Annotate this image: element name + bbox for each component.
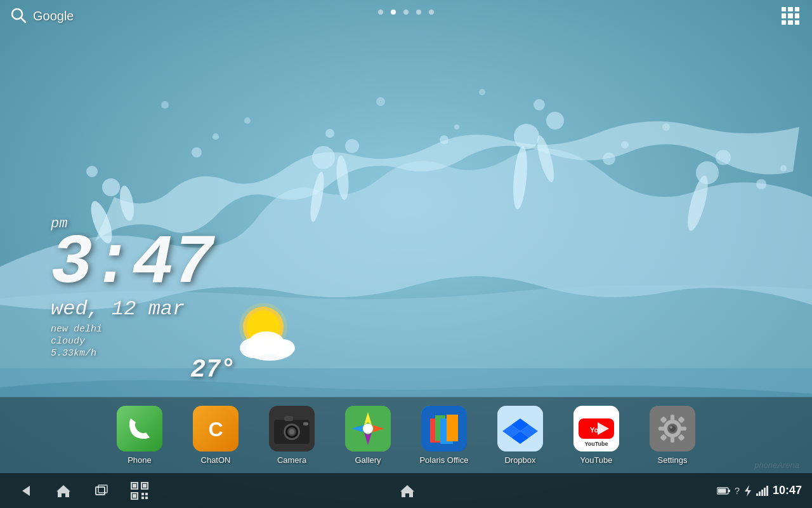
chaton-label: ChatON: [201, 455, 231, 465]
app-chaton[interactable]: C ChatON: [187, 406, 244, 465]
svg-point-26: [161, 101, 169, 109]
polaris-icon-img: [421, 406, 467, 451]
svg-point-3: [102, 178, 120, 196]
nav-right: ? 10:47: [539, 484, 812, 497]
youtube-icon-svg: You YouTube: [573, 406, 619, 451]
nav-left: [0, 478, 276, 504]
google-search[interactable]: Google: [10, 7, 74, 25]
app-camera[interactable]: Camera: [263, 406, 320, 465]
page-dot-4[interactable]: [429, 10, 434, 15]
svg-rect-107: [761, 490, 763, 496]
center-home-icon: [399, 483, 416, 499]
svg-rect-95: [133, 494, 136, 498]
settings-label: Settings: [658, 455, 688, 465]
charging-icon: [743, 485, 752, 497]
grid-dot: [782, 13, 786, 18]
signal-icon: [756, 486, 769, 496]
svg-point-12: [514, 124, 539, 149]
svg-rect-79: [680, 427, 686, 431]
app-polaris[interactable]: Polaris Office: [416, 406, 473, 465]
grid-dot: [788, 20, 792, 25]
app-gallery[interactable]: Gallery: [339, 406, 396, 465]
svg-point-18: [192, 147, 202, 157]
google-label: Google: [33, 9, 74, 23]
svg-rect-98: [141, 497, 144, 499]
app-dropbox[interactable]: Dropbox: [492, 406, 549, 465]
svg-point-14: [534, 99, 545, 110]
svg-point-16: [696, 161, 719, 184]
recents-icon: [93, 483, 110, 499]
page-dots: [378, 10, 434, 15]
help-icon: ?: [735, 485, 740, 496]
svg-rect-103: [717, 488, 726, 493]
svg-point-21: [454, 124, 459, 130]
home-button[interactable]: [51, 478, 76, 504]
settings-icon-img: [650, 406, 695, 451]
svg-point-84: [669, 425, 676, 432]
svg-point-27: [244, 117, 251, 124]
svg-point-17: [716, 150, 731, 165]
clock-widget: pm 3:47 wed, 12 mar: [51, 216, 213, 321]
top-bar: Google: [0, 0, 812, 32]
back-button[interactable]: [13, 478, 38, 504]
svg-point-4: [86, 166, 98, 177]
gallery-icon-svg: [345, 406, 391, 451]
svg-point-25: [780, 165, 787, 171]
gallery-icon-img: [345, 406, 391, 451]
svg-marker-100: [400, 485, 414, 497]
svg-point-29: [479, 89, 485, 95]
svg-rect-77: [671, 436, 674, 443]
weather-widget: new delhi cloudy 5.33km/h: [51, 324, 102, 359]
svg-point-30: [662, 123, 670, 131]
app-grid-button[interactable]: [779, 4, 802, 27]
svg-marker-62: [447, 415, 458, 441]
battery-icon: [717, 486, 731, 495]
app-settings[interactable]: Settings: [644, 406, 701, 465]
page-dot-3[interactable]: [416, 10, 421, 15]
camera-label: Camera: [277, 455, 306, 465]
page-dot-1[interactable]: [391, 10, 396, 15]
grid-dot: [795, 20, 799, 25]
page-dot-2[interactable]: [403, 10, 409, 15]
svg-rect-97: [145, 493, 148, 495]
svg-point-9: [325, 129, 334, 138]
dropbox-label: Dropbox: [504, 455, 535, 465]
qr-icon: [130, 481, 149, 500]
svg-point-40: [249, 331, 284, 354]
screenshot-button[interactable]: [127, 478, 152, 504]
svg-rect-51: [303, 422, 308, 425]
svg-point-20: [440, 135, 449, 144]
svg-point-13: [546, 112, 564, 130]
svg-marker-87: [56, 485, 70, 497]
center-home-button[interactable]: [395, 478, 420, 504]
svg-point-19: [213, 133, 219, 140]
svg-rect-99: [145, 497, 148, 499]
svg-rect-93: [143, 484, 147, 488]
svg-marker-86: [22, 486, 30, 496]
svg-rect-106: [759, 491, 761, 496]
chaton-icon-svg: C: [193, 406, 239, 451]
home-icon: [55, 483, 72, 499]
app-youtube[interactable]: You YouTube YouTube: [568, 406, 625, 465]
svg-rect-50: [284, 416, 293, 421]
svg-point-49: [289, 429, 294, 434]
dock: Phone C ChatON: [0, 397, 812, 473]
svg-point-28: [376, 97, 385, 106]
svg-rect-109: [766, 486, 768, 496]
recents-button[interactable]: [89, 478, 114, 504]
chaton-icon-img: C: [193, 406, 239, 451]
svg-rect-96: [141, 493, 144, 495]
svg-rect-105: [756, 493, 758, 496]
weather-condition: cloudy: [51, 336, 102, 347]
svg-rect-76: [671, 415, 674, 421]
status-time: 10:47: [773, 484, 802, 497]
gallery-label: Gallery: [355, 455, 381, 465]
clock-time: 3:47: [51, 232, 213, 295]
phone-icon-svg: [117, 406, 162, 451]
page-dot-0[interactable]: [378, 10, 383, 15]
app-phone[interactable]: Phone: [111, 406, 168, 465]
camera-icon-svg: [269, 406, 315, 451]
svg-rect-78: [658, 427, 665, 431]
settings-icon-svg: [650, 406, 695, 451]
grid-dot: [782, 7, 786, 11]
